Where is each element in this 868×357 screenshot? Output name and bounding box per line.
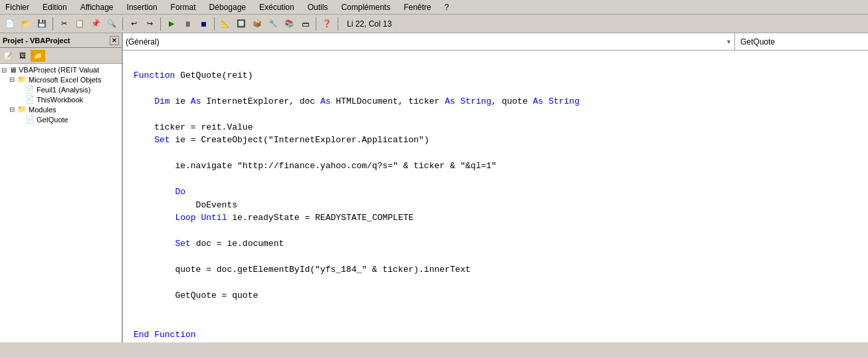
editor-header: (Général) ▼ GetQuote: [123, 33, 868, 51]
find-button[interactable]: 🔍: [104, 17, 119, 31]
context-dropdown[interactable]: (Général) ▼: [123, 33, 735, 50]
save-button[interactable]: 💾: [35, 17, 49, 31]
tree-excel-objects[interactable]: ⊟ 📁 Microsoft Excel Objets: [0, 74, 122, 84]
toggle-modules: ⊟: [9, 106, 17, 113]
tree-vbaproject[interactable]: ⊟ 🖥 VBAProject (REIT Valuat: [0, 65, 122, 74]
paste-button[interactable]: 📌: [88, 17, 103, 31]
cut-button[interactable]: ✂: [56, 17, 71, 31]
code-line-15: Set doc = ie.document: [134, 237, 857, 251]
code-line-16: [134, 251, 857, 264]
context-dropdown-arrow: ▼: [726, 39, 732, 45]
project-close-button[interactable]: ✕: [110, 36, 119, 45]
code-line-3: [134, 82, 857, 95]
code-line-13: Loop Until ie.readyState = READYSTATE_CO…: [134, 211, 857, 225]
code-line-1: [134, 56, 857, 69]
excel-objects-label: Microsoft Excel Objets: [29, 76, 101, 84]
menu-format[interactable]: Format: [168, 1, 199, 13]
break-button[interactable]: ⏸: [180, 17, 195, 31]
separator-4: [214, 17, 215, 31]
code-line-21: [134, 315, 857, 328]
menu-affichage[interactable]: Affichage: [78, 1, 116, 13]
code-line-20: [134, 302, 857, 316]
menu-execution[interactable]: Exécution: [257, 1, 297, 13]
modules-icon: 📁: [17, 105, 27, 114]
procedure-dropdown[interactable]: GetQuote: [735, 33, 868, 50]
code-line-6: ticker = reit.Value: [134, 121, 857, 134]
menu-help[interactable]: ?: [442, 1, 452, 13]
separator-6: [338, 17, 338, 31]
main-layout: Projet - VBAProject ✕ 📝 🖼 📁 ⊟ 🖥 VBAProje…: [0, 33, 868, 342]
modules-label: Modules: [29, 106, 56, 114]
code-line-22: End Function: [134, 328, 857, 342]
code-line-10: [134, 173, 857, 186]
project-toolbar: 📝 🖼 📁: [0, 48, 122, 64]
code-line-7: Set ie = CreateObject("InternetExplorer.…: [134, 134, 857, 147]
menu-edition[interactable]: Edition: [40, 1, 70, 13]
code-editor[interactable]: Function GetQuote(reit) Dim ie As Intern…: [123, 51, 868, 342]
toolbox-button[interactable]: 🗃: [298, 17, 312, 31]
code-line-8: [134, 147, 857, 160]
run-button[interactable]: ▶: [164, 17, 179, 31]
tree-getquote[interactable]: 📄 GetQuote: [0, 114, 122, 124]
project-button[interactable]: 📦: [250, 17, 265, 31]
toggle-icon: ⊟: [1, 66, 9, 74]
separator-3: [160, 17, 161, 31]
vbaproject-icon: 🖥: [9, 66, 17, 74]
objectbrowser-button[interactable]: 📚: [282, 17, 296, 31]
excel-objects-icon: 📁: [17, 75, 27, 84]
code-line-9: ie.navigate "http://finance.yahoo.com/q?…: [134, 160, 857, 173]
toggle-getquote: [17, 116, 25, 123]
code-line-12: DoEvents: [134, 199, 857, 212]
vbaproject-label: VBAProject (REIT Valuat: [19, 66, 99, 74]
context-dropdown-value: (Général): [126, 37, 160, 47]
cursor-status: Li 22, Col 13: [347, 19, 391, 29]
feuil1-label: Feuil1 (Analysis): [37, 86, 90, 94]
code-line-2: Function GetQuote(reit): [134, 69, 857, 82]
userform-button[interactable]: 🔲: [234, 17, 249, 31]
code-line-19: GetQuote = quote: [134, 289, 857, 302]
redo-button[interactable]: ↪: [142, 17, 157, 31]
toolbar: 📄 📂 💾 ✂ 📋 📌 🔍 ↩ ↪ ▶ ⏸ ⏹ 📐 🔲 📦 🔧 📚 🗃 ❓ Li…: [0, 15, 868, 33]
open-button[interactable]: 📂: [19, 17, 33, 31]
code-line-18: [134, 277, 857, 290]
editor-area: (Général) ▼ GetQuote Function GetQuote(r…: [123, 33, 868, 342]
project-tree: ⊟ 🖥 VBAProject (REIT Valuat ⊟ 📁 Microsof…: [0, 64, 122, 342]
help-button[interactable]: ❓: [320, 17, 334, 31]
view-form-button[interactable]: 🖼: [16, 50, 29, 62]
getquote-label: GetQuote: [37, 116, 68, 124]
separator-1: [53, 17, 53, 31]
toggle-folders-button[interactable]: 📁: [31, 50, 45, 62]
design-button[interactable]: 📐: [218, 17, 233, 31]
tree-modules[interactable]: ⊟ 📁 Modules: [0, 104, 122, 114]
toggle-feuil1: [17, 86, 25, 93]
separator-2: [122, 17, 123, 31]
getquote-icon: 📄: [25, 115, 35, 124]
toggle-icon-excel: ⊟: [9, 76, 17, 83]
separator-5: [316, 17, 316, 31]
project-title-bar: Projet - VBAProject ✕: [0, 33, 122, 48]
code-line-17: quote = doc.getElementById("yfs_184_" & …: [134, 263, 857, 277]
menu-outils[interactable]: Outils: [305, 1, 331, 13]
view-code-button[interactable]: 📝: [1, 50, 15, 62]
procedure-dropdown-value: GetQuote: [740, 37, 775, 47]
feuil1-icon: 📄: [25, 85, 35, 94]
project-title: Projet - VBAProject: [3, 37, 70, 45]
code-line-4: Dim ie As InternetExplorer, doc As HTMLD…: [134, 95, 857, 108]
menu-fichier[interactable]: Fichier: [3, 1, 32, 13]
menu-complements[interactable]: Compléments: [338, 1, 393, 13]
stop-button[interactable]: ⏹: [196, 17, 211, 31]
code-line-11: Do: [134, 185, 857, 199]
new-button[interactable]: 📄: [3, 17, 17, 31]
properties-button[interactable]: 🔧: [266, 17, 280, 31]
undo-button[interactable]: ↩: [126, 17, 141, 31]
tree-thisworkbook[interactable]: 📄 ThisWorkbook: [0, 94, 122, 104]
thisworkbook-icon: 📄: [25, 95, 35, 104]
menu-bar: Fichier Edition Affichage Insertion Form…: [0, 0, 868, 15]
menu-debogage[interactable]: Débogage: [207, 1, 249, 13]
copy-button[interactable]: 📋: [72, 17, 87, 31]
menu-fenetre[interactable]: Fenêtre: [401, 1, 433, 13]
tree-feuil1[interactable]: 📄 Feuil1 (Analysis): [0, 84, 122, 94]
code-line-5: [134, 108, 857, 121]
thisworkbook-label: ThisWorkbook: [37, 96, 83, 104]
menu-insertion[interactable]: Insertion: [124, 1, 160, 13]
